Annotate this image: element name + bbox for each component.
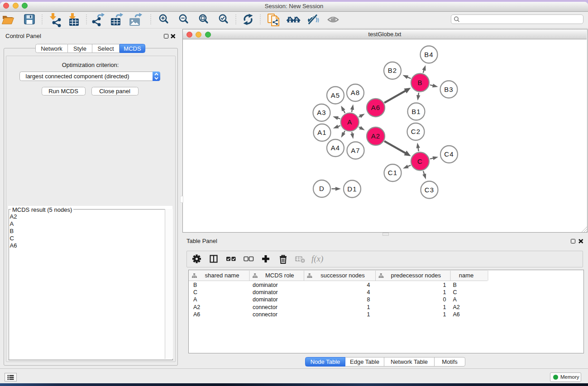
svg-text:B2: B2 xyxy=(387,67,397,74)
svg-text:C3: C3 xyxy=(424,186,434,194)
svg-text:A6: A6 xyxy=(371,104,380,111)
svg-text:A5: A5 xyxy=(330,91,340,99)
svg-text:C2: C2 xyxy=(411,128,421,135)
svg-text:A4: A4 xyxy=(330,144,340,152)
svg-text:B: B xyxy=(417,79,422,86)
svg-text:f(x): f(x) xyxy=(311,254,323,264)
svg-text:A3: A3 xyxy=(317,109,326,116)
svg-text:A1: A1 xyxy=(317,129,327,136)
svg-text:B4: B4 xyxy=(424,51,434,58)
svg-text:A7: A7 xyxy=(351,147,360,154)
svg-text:C: C xyxy=(417,157,422,165)
svg-text:D: D xyxy=(319,185,324,192)
svg-text:B3: B3 xyxy=(444,86,454,93)
svg-text:A2: A2 xyxy=(371,132,380,140)
svg-text:D1: D1 xyxy=(347,185,357,193)
svg-text:C4: C4 xyxy=(444,150,454,158)
svg-text:A8: A8 xyxy=(350,89,360,96)
svg-text:B1: B1 xyxy=(411,108,421,115)
svg-text:C1: C1 xyxy=(387,169,397,176)
svg-text:A: A xyxy=(347,118,352,126)
